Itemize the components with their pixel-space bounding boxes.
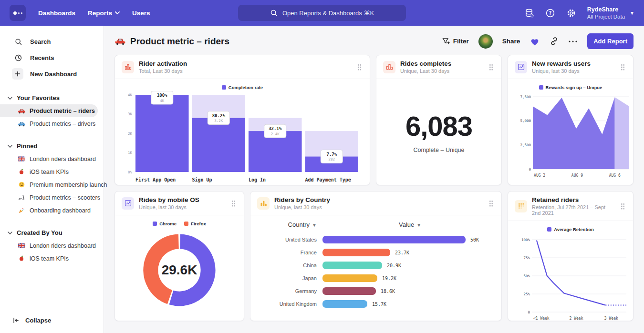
nav-item-reports[interactable]: Reports xyxy=(88,10,120,17)
row-value: 50K xyxy=(470,237,479,242)
search-icon xyxy=(12,38,24,46)
table-row[interactable]: Germany18.6K xyxy=(257,287,495,295)
row-value: 19.2K xyxy=(382,276,396,281)
card-title: Retained riders xyxy=(532,196,614,203)
value-bar xyxy=(322,249,390,256)
value-bar xyxy=(322,287,376,295)
svg-text:2 Week: 2 Week xyxy=(570,316,583,321)
nav-item-users[interactable]: Users xyxy=(132,10,150,17)
sidebar-item-product-metrics-scooters[interactable]: Product metrics – scooters xyxy=(0,191,104,204)
sidebar-item-london-riders-dashboard[interactable]: London riders dashboard xyxy=(0,239,104,252)
sidebar-item-label: Onboarding dashboard xyxy=(30,207,91,214)
help-icon[interactable]: ? xyxy=(545,8,556,18)
column-header-country[interactable]: Country▼ xyxy=(257,221,317,228)
table-row[interactable]: France23.7K xyxy=(257,249,495,256)
sidebar-item-london-riders-dashboard[interactable]: London riders dashboard xyxy=(0,152,104,165)
sidebar-action-new-dashboard[interactable]: New Dashboard xyxy=(0,66,104,82)
row-country: United States xyxy=(257,237,317,242)
nav-item-dashboards[interactable]: Dashboards xyxy=(38,10,75,17)
data-sources-icon[interactable] xyxy=(524,8,535,18)
svg-text:7.7%: 7.7% xyxy=(326,152,337,157)
sidebar-item-label: iOS team KPIs xyxy=(30,169,69,175)
sidebar-section-created-by-you[interactable]: Created By You xyxy=(0,227,104,239)
sidebar-item-label: iOS team KPIs xyxy=(30,255,69,262)
avatar[interactable] xyxy=(478,34,493,49)
card-riders-by-country: Riders by Country Unique, last 30 days C… xyxy=(250,191,502,321)
caret-down-icon: ▼ xyxy=(630,10,634,16)
table-row[interactable]: Japan19.2K xyxy=(257,274,495,282)
chart-legend: Completion rate xyxy=(122,83,363,91)
row-country: Japan xyxy=(257,275,317,281)
donut-center-value: 29.6K xyxy=(137,228,221,312)
section-title: Your Favorites xyxy=(17,94,60,101)
add-report-button[interactable]: Add Report xyxy=(587,33,634,49)
table-row[interactable]: United States50K xyxy=(257,236,495,243)
drag-handle-icon[interactable] xyxy=(487,198,495,209)
svg-text:2.4K: 2.4K xyxy=(271,132,280,136)
global-search-input[interactable]: Open Reports & Dashboards ⌘K xyxy=(238,5,406,21)
sidebar-section-your-favorites[interactable]: Your Favorites xyxy=(0,92,104,104)
page-title: Product metric – riders xyxy=(114,36,229,47)
bar-chart-icon xyxy=(122,61,134,73)
filter-funnel-icon xyxy=(442,37,450,45)
settings-gear-icon[interactable] xyxy=(566,8,577,18)
account-name: RydeShare xyxy=(587,6,625,14)
column-header-value[interactable]: Value▼ xyxy=(399,221,421,228)
sidebar-action-search[interactable]: Search xyxy=(0,33,104,50)
account-switcher[interactable]: RydeShare All Project Data ▼ xyxy=(587,6,634,20)
row-country: France xyxy=(257,250,317,255)
sidebar-item-premium-membership-launch[interactable]: Premium membership launch xyxy=(0,178,104,191)
red-car-icon xyxy=(114,37,126,45)
card-title: Rides by mobile OS xyxy=(139,196,199,203)
metric-value: 6,083 xyxy=(405,110,472,142)
scooter-icon xyxy=(17,194,26,201)
svg-text:2K: 2K xyxy=(128,131,133,136)
drag-handle-icon[interactable] xyxy=(487,62,495,72)
chevron-down-icon xyxy=(8,94,12,101)
sidebar-item-product-metrics-drivers[interactable]: Product metrics – drivers xyxy=(0,117,104,130)
favorite-heart-icon[interactable] xyxy=(530,37,540,46)
svg-text:100%: 100% xyxy=(157,93,167,98)
collapse-sidebar-button[interactable]: Collapse xyxy=(0,309,104,333)
collapse-icon xyxy=(11,316,20,324)
copy-link-icon[interactable] xyxy=(550,37,559,46)
sidebar-section-pinned[interactable]: Pinned xyxy=(0,141,104,152)
drag-handle-icon[interactable] xyxy=(355,62,363,72)
svg-text:50%: 50% xyxy=(523,274,530,278)
svg-text:AUG 6: AUG 6 xyxy=(609,173,621,178)
row-country: United Kingdom xyxy=(257,301,317,307)
blue-car-icon xyxy=(17,121,26,127)
table-row[interactable]: United Kingdom15.7K xyxy=(257,300,495,308)
bar-chart-icon xyxy=(383,61,395,73)
table-row[interactable]: China20.9K xyxy=(257,262,495,269)
value-bar xyxy=(322,300,367,308)
drag-handle-icon[interactable] xyxy=(619,201,626,212)
card-subtitle: Unique, last 30 days xyxy=(532,68,591,74)
svg-text:80.2%: 80.2% xyxy=(212,113,226,118)
more-options-button[interactable] xyxy=(568,40,578,43)
chevron-down-icon xyxy=(8,229,12,236)
red-car-icon xyxy=(17,108,26,114)
app-logo[interactable] xyxy=(10,5,26,21)
sidebar-item-product-metric-riders[interactable]: Product metric – riders xyxy=(0,104,98,117)
row-value: 18.6K xyxy=(381,289,395,294)
caret-down-icon: ▼ xyxy=(312,222,317,228)
card-title: New rewards users xyxy=(532,60,591,67)
drag-handle-icon[interactable] xyxy=(619,62,626,72)
metric-caption: Complete – Unique xyxy=(413,147,464,153)
svg-text:282: 282 xyxy=(328,157,335,161)
sidebar-item-label: London riders dashboard xyxy=(30,242,96,249)
sidebar-item-onboarding-dashboard[interactable]: Onboarding dashboard xyxy=(0,204,104,217)
sidebar-item-ios-team-kpis[interactable]: iOS team KPIs xyxy=(0,252,104,265)
sidebar-action-recents[interactable]: Recents xyxy=(0,50,104,66)
card-new-rewards-users: New rewards users Unique, last 30 days R… xyxy=(508,55,634,185)
svg-text:32.1%: 32.1% xyxy=(269,126,282,131)
filter-button[interactable]: Filter xyxy=(442,37,469,45)
drag-handle-icon[interactable] xyxy=(229,198,237,209)
svg-text:3.2K: 3.2K xyxy=(214,119,223,123)
account-scope: All Project Data xyxy=(587,14,625,20)
svg-text:Add Payment Type: Add Payment Type xyxy=(305,177,351,182)
sidebar-item-ios-team-kpis[interactable]: iOS team KPIs xyxy=(0,165,104,178)
share-button[interactable]: Share xyxy=(502,38,520,45)
svg-text:5,000: 5,000 xyxy=(520,119,531,123)
